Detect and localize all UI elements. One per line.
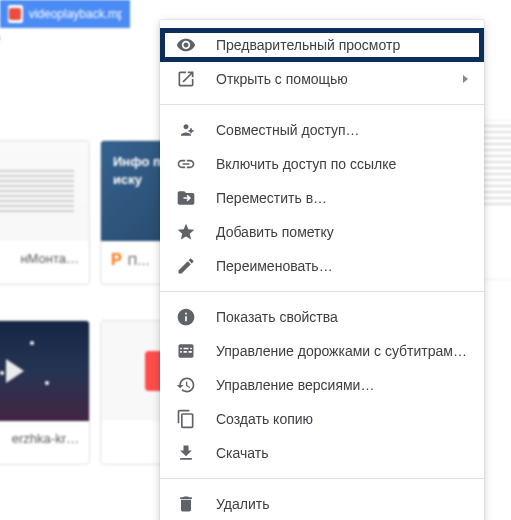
menu-label: Переименовать… <box>216 258 333 274</box>
file-caption-text: П… <box>128 253 150 268</box>
menu-item-move[interactable]: Переместить в… <box>160 181 484 215</box>
history-icon <box>176 375 196 395</box>
info-icon <box>176 307 196 327</box>
link-icon <box>176 154 196 174</box>
menu-label: Управление версиями… <box>216 377 374 393</box>
chevron-right-icon <box>463 75 468 83</box>
menu-label: Открыть с помощью <box>216 71 348 87</box>
menu-label: Включить доступ по ссылке <box>216 156 396 172</box>
download-icon <box>176 443 196 463</box>
file-caption: erzhka-kr… <box>0 421 89 456</box>
menu-label: Управление дорожками с субтитрами… <box>216 343 468 359</box>
rename-icon <box>176 256 196 276</box>
selected-filename: videoplayback.mp4… <box>29 7 122 21</box>
menu-label: Удалить <box>216 496 269 512</box>
slides-icon: P <box>111 251 122 269</box>
thumbnail-spreadsheet <box>0 141 89 241</box>
menu-item-subtitles[interactable]: Управление дорожками с субтитрами… <box>160 334 484 368</box>
file-tile-spreadsheet[interactable]: нМонта… <box>0 140 90 285</box>
menu-item-delete[interactable]: Удалить <box>160 487 484 520</box>
folder-move-icon <box>176 188 196 208</box>
trash-icon <box>176 494 196 514</box>
eye-icon <box>176 35 196 55</box>
menu-label: Совместный доступ… <box>216 122 360 138</box>
thumbnail-video <box>0 321 89 421</box>
play-icon <box>6 359 24 383</box>
divider <box>160 291 484 292</box>
star-icon <box>176 222 196 242</box>
divider <box>160 478 484 479</box>
video-file-icon <box>8 5 23 23</box>
menu-item-versions[interactable]: Управление версиями… <box>160 368 484 402</box>
open-with-icon <box>176 69 196 89</box>
share-icon <box>176 120 196 140</box>
menu-label: Добавить пометку <box>216 224 334 240</box>
menu-item-details[interactable]: Показать свойства <box>160 300 484 334</box>
menu-item-share[interactable]: Совместный доступ… <box>160 113 484 147</box>
menu-label: Создать копию <box>216 411 313 427</box>
menu-label: Переместить в… <box>216 190 327 206</box>
menu-label: Предварительный просмотр <box>216 37 400 53</box>
menu-item-download[interactable]: Скачать <box>160 436 484 470</box>
menu-item-rename[interactable]: Переименовать… <box>160 249 484 283</box>
menu-item-open-with[interactable]: Открыть с помощью <box>160 62 484 96</box>
subtitles-icon <box>176 341 196 361</box>
menu-item-get-link[interactable]: Включить доступ по ссылке <box>160 147 484 181</box>
menu-item-copy[interactable]: Создать копию <box>160 402 484 436</box>
copy-icon <box>176 409 196 429</box>
menu-item-star[interactable]: Добавить пометку <box>160 215 484 249</box>
menu-item-preview[interactable]: Предварительный просмотр <box>160 28 484 62</box>
menu-label: Скачать <box>216 445 269 461</box>
context-menu: Предварительный просмотр Открыть с помощ… <box>160 20 484 520</box>
file-tile-selected[interactable]: videoplayback.mp4… <box>0 0 130 28</box>
divider <box>160 104 484 105</box>
menu-label: Показать свойства <box>216 309 338 325</box>
file-tile-video[interactable]: erzhka-kr… <box>0 320 90 465</box>
file-caption: нМонта… <box>0 241 89 276</box>
